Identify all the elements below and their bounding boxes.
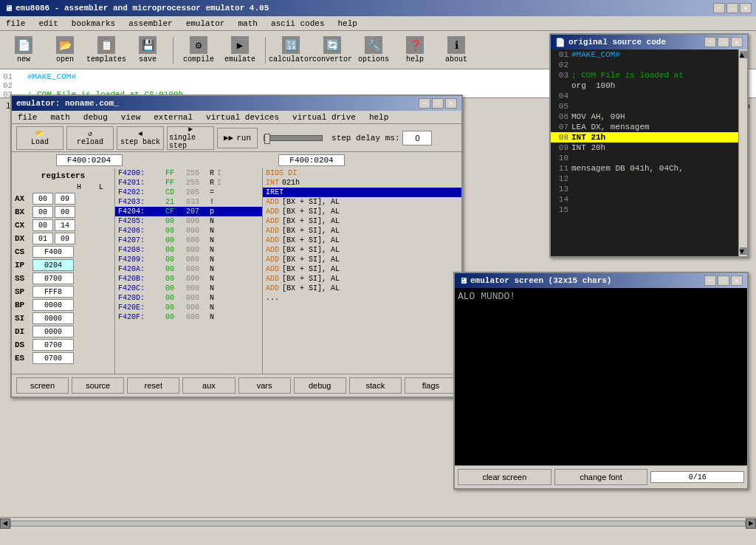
emu-menu-file[interactable]: file bbox=[15, 112, 40, 123]
reg-ds-val[interactable]: 0700 bbox=[32, 339, 74, 351]
options-icon: 🔧 bbox=[365, 36, 382, 54]
reset-btn[interactable]: reset bbox=[127, 377, 179, 394]
menu-bookmarks[interactable]: bookmarks bbox=[69, 18, 118, 29]
main-scrollbar[interactable]: ◄ ► bbox=[0, 517, 756, 529]
emu-menu-virtual-drive[interactable]: virtual drive bbox=[289, 112, 359, 123]
src-line-1: 01 #MAKE_COM# bbox=[551, 49, 738, 60]
reg-si-val[interactable]: 0000 bbox=[32, 312, 74, 324]
addr-box-2[interactable]: F400:0204 bbox=[278, 154, 345, 166]
emu-minimize-btn[interactable]: ─ bbox=[419, 98, 430, 109]
reg-dx-l[interactable]: 09 bbox=[55, 233, 75, 244]
reg-cs: CS F400 bbox=[15, 246, 111, 258]
scroll-left-btn[interactable]: ◄ bbox=[0, 518, 10, 529]
emu-maximize-btn[interactable]: □ bbox=[432, 98, 444, 109]
menu-help[interactable]: help bbox=[335, 18, 360, 29]
reg-es-val[interactable]: 0700 bbox=[32, 352, 74, 364]
clear-screen-btn[interactable]: clear screen bbox=[458, 469, 551, 485]
menu-emulator[interactable]: emulator bbox=[183, 18, 228, 29]
source-scrollbar[interactable]: ▲ ▼ bbox=[738, 49, 747, 256]
screen-close-btn[interactable]: ✕ bbox=[731, 275, 743, 286]
emu-menu-help[interactable]: help bbox=[366, 112, 391, 123]
reg-bp-val[interactable]: 0000 bbox=[32, 299, 74, 311]
reg-cx-h[interactable]: 00 bbox=[32, 219, 53, 231]
stack-btn[interactable]: stack bbox=[349, 377, 402, 394]
reg-ax-l[interactable]: 09 bbox=[55, 193, 75, 205]
emu-toolbar: 📂 Load ↺ reload ◄ step back ► single ste… bbox=[12, 124, 461, 152]
new-button[interactable]: 📄 new bbox=[4, 34, 43, 66]
vars-btn[interactable]: vars bbox=[238, 377, 291, 394]
menu-edit[interactable]: edit bbox=[35, 18, 61, 29]
load-button[interactable]: 📂 Load bbox=[16, 126, 63, 150]
mem-row: F4205: 00 000 N bbox=[115, 216, 262, 226]
reg-sp-val[interactable]: FFF8 bbox=[32, 286, 74, 298]
emu-menu-external[interactable]: external bbox=[151, 112, 196, 123]
run-button[interactable]: ▶▶ run bbox=[217, 128, 258, 148]
disasm-row-highlight: IRET bbox=[263, 188, 461, 197]
compile-button[interactable]: ⚙ compile bbox=[179, 34, 218, 66]
mem-row: F4207: 00 000 N bbox=[115, 236, 262, 245]
main-minimize-btn[interactable]: ─ bbox=[713, 3, 725, 13]
menu-assembler[interactable]: assembler bbox=[126, 18, 175, 29]
source-title-text: original source code bbox=[568, 38, 666, 47]
reg-cx-l[interactable]: 14 bbox=[55, 219, 75, 231]
reg-dx-h[interactable]: 01 bbox=[32, 233, 53, 244]
help-button[interactable]: ❓ help bbox=[396, 34, 434, 66]
aux-btn[interactable]: aux bbox=[182, 377, 235, 394]
emu-menu-math[interactable]: math bbox=[47, 112, 72, 123]
mem-row: F4209: 00 000 N bbox=[115, 255, 262, 264]
screen-maximize-btn[interactable]: □ bbox=[718, 275, 729, 286]
delay-slider[interactable] bbox=[264, 135, 323, 141]
single-step-button[interactable]: ► single step bbox=[167, 126, 214, 150]
options-button[interactable]: 🔧 options bbox=[354, 34, 393, 66]
reload-button[interactable]: ↺ reload bbox=[66, 126, 114, 150]
addr-box-1[interactable]: F400:0204 bbox=[56, 154, 123, 166]
source-minimize-btn[interactable]: ─ bbox=[704, 37, 716, 47]
progress-bar: 0/16 bbox=[650, 471, 744, 483]
emu-close-btn[interactable]: ✕ bbox=[445, 98, 457, 109]
main-maximize-btn[interactable]: □ bbox=[726, 3, 738, 13]
mem-row: F420E: 00 000 N bbox=[115, 303, 262, 312]
reg-di-val[interactable]: 0000 bbox=[32, 326, 74, 337]
emu-menu-view[interactable]: view bbox=[118, 112, 143, 123]
save-button[interactable]: 💾 save bbox=[128, 34, 167, 66]
emulate-button[interactable]: ▶ emulate bbox=[221, 34, 259, 66]
reg-bx-h[interactable]: 00 bbox=[32, 206, 53, 218]
source-close-btn[interactable]: ✕ bbox=[731, 37, 743, 47]
reg-ss-val[interactable]: 0700 bbox=[32, 272, 74, 284]
reg-bx-l[interactable]: 00 bbox=[55, 206, 75, 218]
change-font-btn[interactable]: change font bbox=[554, 469, 648, 485]
scroll-right-btn[interactable]: ► bbox=[746, 518, 756, 529]
source-maximize-btn[interactable]: □ bbox=[718, 37, 729, 47]
reg-ip-val[interactable]: 0204 bbox=[32, 259, 74, 271]
source-content: 01 #MAKE_COM# 02 03 ; COM File is loaded… bbox=[551, 49, 738, 256]
menu-file[interactable]: file bbox=[3, 18, 28, 29]
scroll-up-btn[interactable]: ▲ bbox=[740, 51, 747, 58]
reg-cs-val[interactable]: F400 bbox=[32, 246, 74, 258]
convertor-button[interactable]: 🔄 convertor bbox=[313, 34, 351, 66]
templates-button[interactable]: 📋 templates bbox=[87, 34, 126, 66]
step-back-button[interactable]: ◄ step back bbox=[117, 126, 164, 150]
source-win-controls: ─ □ ✕ bbox=[704, 37, 743, 47]
flags-btn[interactable]: flags bbox=[405, 377, 457, 394]
about-button[interactable]: ℹ about bbox=[437, 34, 475, 66]
screen-minimize-btn[interactable]: ─ bbox=[704, 275, 716, 286]
compile-icon: ⚙ bbox=[190, 36, 207, 54]
open-button[interactable]: 📂 open bbox=[46, 34, 84, 66]
mem-row: F420C: 00 000 N bbox=[115, 284, 262, 293]
delay-input[interactable] bbox=[402, 131, 432, 145]
disasm-row: ADD [BX + SI], AL bbox=[263, 216, 461, 226]
src-line-4: 04 bbox=[551, 91, 738, 101]
emu-menu-debug[interactable]: debug bbox=[80, 112, 111, 123]
source-btn[interactable]: source bbox=[72, 377, 124, 394]
main-close-btn[interactable]: ✕ bbox=[740, 3, 752, 13]
scroll-down-btn[interactable]: ▼ bbox=[740, 247, 747, 255]
screen-text: ALO MUNDO! bbox=[458, 291, 515, 302]
menu-math[interactable]: math bbox=[235, 18, 260, 29]
screen-btn[interactable]: screen bbox=[16, 377, 69, 394]
menu-ascii[interactable]: ascii codes bbox=[268, 18, 328, 29]
reg-ax-h[interactable]: 00 bbox=[32, 193, 53, 205]
emu-menu-virtual-devices[interactable]: virtual devices bbox=[203, 112, 282, 123]
debug-btn[interactable]: debug bbox=[294, 377, 346, 394]
registers-panel: registers H L AX 00 09 BX 00 00 CX 00 14 bbox=[12, 168, 115, 374]
calculator-button[interactable]: 🔢 calculator bbox=[272, 34, 310, 66]
